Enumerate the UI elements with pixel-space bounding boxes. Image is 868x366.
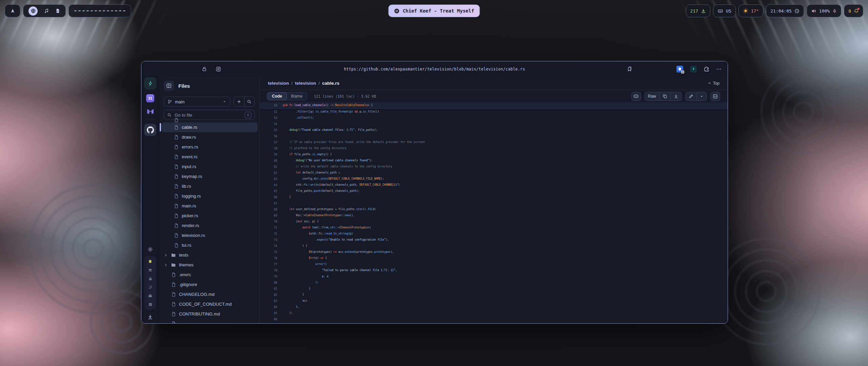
tree-item-CHANGELOG.md[interactable]: CHANGELOG.md (162, 289, 258, 299)
line-number[interactable]: 71 (260, 225, 283, 231)
line-number[interactable]: 69 (260, 212, 283, 219)
dock-music-button[interactable] (44, 8, 49, 14)
github-tab-active[interactable] (144, 124, 156, 136)
line-number[interactable]: 72 (260, 231, 283, 237)
line-number[interactable]: 53 (260, 115, 283, 121)
media-widget[interactable]: Chief Keef - Treat Myself (388, 4, 480, 17)
dock-browser-button[interactable] (28, 6, 38, 16)
line-number[interactable]: 77 (260, 261, 283, 267)
more-menu-icon[interactable] (716, 66, 722, 72)
line-number[interactable]: 66 (260, 194, 283, 200)
tree-item-input.rs[interactable]: input.rs (162, 162, 258, 171)
container-icon[interactable] (216, 66, 221, 72)
tree-folder-themes[interactable]: themes (162, 260, 258, 270)
line-number[interactable]: 56 (260, 133, 283, 139)
line-number[interactable]: 57 (260, 139, 283, 145)
password-manager-extension-icon[interactable] (676, 66, 683, 73)
tree-item-main.rs[interactable]: main.rs (162, 201, 258, 211)
tree-item-CODE_OF_CONDUCT.md[interactable]: CODE_OF_CONDUCT.md (162, 299, 258, 309)
line-number[interactable]: 67 (260, 200, 283, 206)
downloads-icon[interactable] (147, 314, 153, 320)
tree-item-event.rs[interactable]: event.rs (162, 152, 258, 162)
tree-item-tui.rs[interactable]: tui.rs (162, 240, 258, 250)
line-number[interactable]: 81 (260, 286, 283, 292)
bolt-extension-icon[interactable] (690, 66, 697, 73)
tab-blame[interactable]: Blame (287, 93, 307, 100)
dock-notes-button[interactable] (55, 8, 60, 14)
line-number[interactable]: 61 (260, 164, 283, 170)
line-number[interactable]: 58 (260, 145, 283, 151)
tree-item-.envrc[interactable]: .envrc (162, 270, 258, 280)
tree-item-picker.rs[interactable]: picker.rs (162, 211, 258, 221)
line-number[interactable]: 70 (260, 219, 283, 225)
line-number[interactable]: 80 (260, 280, 283, 286)
launcher-button[interactable] (5, 4, 20, 17)
line-number[interactable]: 68 (260, 206, 283, 212)
bookmark-icon[interactable] (627, 66, 632, 72)
line-number[interactable]: 75 (260, 249, 283, 255)
tree-item-cable.rs[interactable]: cable.rs (162, 122, 258, 132)
line-number[interactable]: 85 (260, 310, 283, 316)
line-number[interactable]: 60 (260, 158, 283, 164)
collapse-sidebar-button[interactable] (164, 81, 174, 91)
workspace-indicator[interactable] (68, 4, 131, 17)
tree-item-draw.rs[interactable]: draw.rs (162, 132, 258, 142)
line-number[interactable]: 52 (260, 109, 283, 115)
line-number[interactable]: 54 (260, 121, 283, 127)
pinned-bolt-tab[interactable] (144, 77, 156, 89)
clock-widget[interactable]: 21:04:05 (766, 4, 804, 17)
branch-selector[interactable]: main (164, 97, 230, 107)
line-number[interactable]: 59 (260, 151, 283, 158)
tree-item-logging.rs[interactable]: logging.rs (162, 191, 258, 201)
lock-icon[interactable] (202, 66, 207, 72)
line-number[interactable]: 83 (260, 298, 283, 304)
tree-item-lib.rs[interactable]: lib.rs (162, 181, 258, 191)
workspace-music-icon[interactable] (148, 285, 153, 289)
line-number[interactable]: 78 (260, 267, 283, 273)
line-number[interactable]: 76 (260, 255, 283, 261)
workspace-memo-icon[interactable] (148, 302, 153, 307)
edit-pencil-icon[interactable] (686, 92, 696, 101)
raw-button[interactable]: Raw (645, 92, 659, 101)
tree-item-render.rs[interactable]: render.rs (162, 221, 258, 230)
tree-item-errors.rs[interactable]: errors.rs (162, 142, 258, 152)
tab-code[interactable]: Code (267, 92, 287, 100)
goto-file-input[interactable] (174, 112, 242, 118)
line-number[interactable]: 74 (260, 243, 283, 249)
tree-item-television.rs[interactable]: television.rs (162, 230, 258, 240)
pinned-calendar-tab[interactable]: 31 (146, 94, 154, 102)
line-number[interactable]: 79 (260, 273, 283, 280)
line-number[interactable]: 62 (260, 170, 283, 176)
copilot-button[interactable] (631, 92, 641, 101)
tree-item-clipped[interactable] (162, 319, 258, 323)
line-number[interactable]: 73 (260, 237, 283, 243)
workspace-briefcase-icon[interactable] (148, 293, 153, 298)
extensions-puzzle-icon[interactable] (704, 66, 709, 72)
new-file-button[interactable] (234, 97, 244, 106)
weather-widget[interactable]: 17° (738, 4, 763, 17)
tree-item-keymap.rs[interactable]: keymap.rs (162, 171, 258, 181)
line-number[interactable]: 65 (260, 188, 283, 194)
settings-gear-icon[interactable] (147, 246, 153, 252)
tree-item-clipped[interactable] (162, 118, 258, 122)
notifications-widget[interactable]: 8 (844, 4, 863, 17)
tree-folder-tests[interactable]: tests (162, 250, 258, 260)
edit-caret-icon[interactable] (696, 92, 707, 101)
line-number[interactable]: 63 (260, 176, 283, 182)
breadcrumb-repo-link[interactable]: television (268, 81, 289, 86)
url-bar[interactable]: https://github.com/alexpasmantier/televi… (344, 67, 525, 72)
symbols-button[interactable] (710, 92, 720, 101)
copy-icon[interactable] (659, 92, 670, 101)
breadcrumb-dir-link[interactable]: television (295, 81, 316, 86)
back-to-top-link[interactable]: Top (708, 81, 719, 86)
workspace-laptop-icon[interactable] (148, 268, 153, 272)
audio-widget[interactable]: 100% (807, 4, 841, 17)
keyboard-layout-widget[interactable]: US (713, 4, 736, 17)
line-number[interactable]: 84 (260, 304, 283, 310)
line-number[interactable]: 86 (260, 316, 283, 322)
download-icon[interactable] (670, 92, 682, 101)
tree-item-CONTRIBUTING.md[interactable]: CONTRIBUTING.md (162, 309, 258, 319)
search-tree-button[interactable] (244, 97, 255, 106)
line-number[interactable]: 82 (260, 292, 283, 298)
line-number[interactable]: 55 (260, 127, 283, 133)
